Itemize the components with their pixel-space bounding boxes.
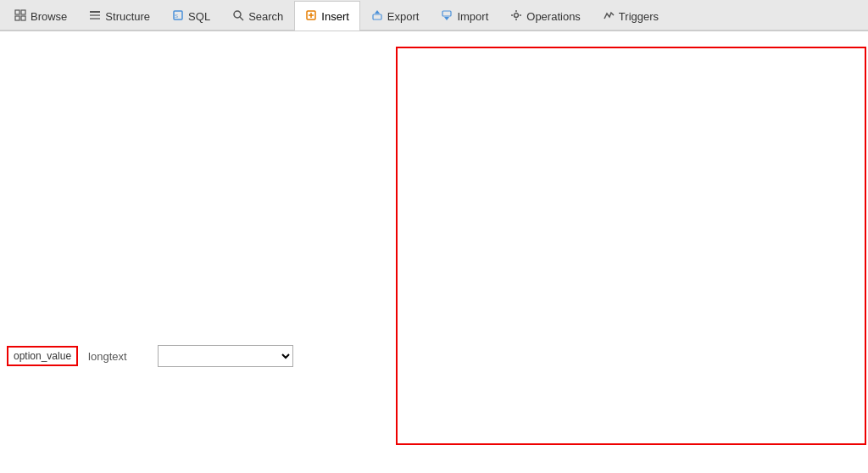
search-icon bbox=[232, 9, 244, 24]
svg-rect-4 bbox=[90, 11, 100, 13]
svg-marker-15 bbox=[375, 10, 380, 14]
svg-text:S: S bbox=[175, 14, 178, 19]
field-name-label: option_value bbox=[7, 346, 78, 366]
export-icon bbox=[371, 9, 383, 24]
svg-point-18 bbox=[515, 13, 519, 17]
tab-insert-label: Insert bbox=[321, 10, 349, 23]
tab-sql-label: SQL bbox=[188, 10, 210, 23]
right-panel bbox=[386, 31, 868, 473]
tab-bar: Browse Structure S SQL Search Insert Exp… bbox=[0, 0, 868, 31]
structure-icon bbox=[89, 9, 101, 24]
left-panel: option_value longtext bbox=[0, 31, 386, 473]
sql-icon: S bbox=[172, 9, 184, 24]
tab-sql[interactable]: S SQL bbox=[161, 1, 221, 31]
tab-export-label: Export bbox=[387, 10, 420, 23]
svg-rect-5 bbox=[90, 14, 100, 16]
tab-operations[interactable]: Operations bbox=[499, 1, 592, 31]
tab-browse-label: Browse bbox=[31, 10, 67, 23]
svg-point-9 bbox=[234, 11, 241, 18]
tab-insert[interactable]: Insert bbox=[294, 1, 360, 31]
svg-rect-3 bbox=[21, 16, 25, 20]
insert-icon bbox=[305, 9, 317, 24]
tab-search[interactable]: Search bbox=[221, 1, 294, 31]
svg-line-10 bbox=[240, 17, 243, 20]
field-row: option_value longtext bbox=[0, 340, 300, 372]
tab-triggers[interactable]: Triggers bbox=[592, 1, 670, 31]
operations-icon bbox=[510, 9, 522, 24]
tab-structure[interactable]: Structure bbox=[78, 1, 161, 31]
tab-import-label: Import bbox=[457, 10, 488, 23]
svg-rect-2 bbox=[15, 16, 19, 20]
browse-icon bbox=[14, 9, 26, 24]
tab-import[interactable]: Import bbox=[430, 1, 499, 31]
field-type-label: longtext bbox=[88, 350, 147, 363]
tab-operations-label: Operations bbox=[526, 10, 581, 23]
svg-rect-16 bbox=[442, 11, 451, 16]
main-content: option_value longtext bbox=[0, 31, 868, 473]
tab-browse[interactable]: Browse bbox=[3, 1, 78, 31]
import-icon bbox=[441, 9, 453, 24]
svg-rect-14 bbox=[373, 14, 381, 19]
svg-marker-17 bbox=[444, 17, 449, 20]
field-value-select[interactable] bbox=[158, 345, 293, 367]
tab-structure-label: Structure bbox=[105, 10, 150, 23]
svg-rect-6 bbox=[90, 18, 100, 19]
svg-rect-0 bbox=[15, 10, 19, 14]
tab-search-label: Search bbox=[248, 10, 283, 23]
tab-export[interactable]: Export bbox=[360, 1, 431, 31]
triggers-icon bbox=[603, 9, 615, 24]
content-red-box bbox=[396, 47, 866, 445]
tab-triggers-label: Triggers bbox=[619, 10, 659, 23]
svg-rect-1 bbox=[21, 10, 25, 14]
